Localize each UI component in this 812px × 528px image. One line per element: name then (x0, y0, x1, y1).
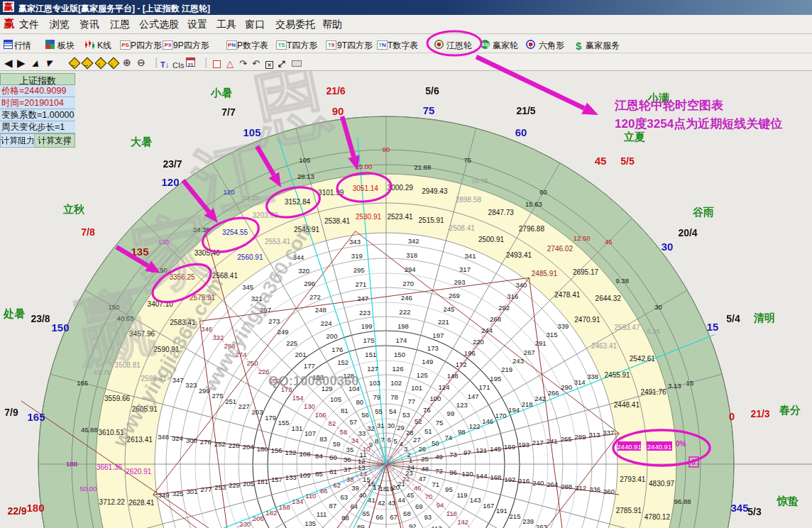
svg-text:337: 337 (603, 429, 614, 436)
svg-text:21/5: 21/5 (516, 105, 535, 116)
svg-text:325: 325 (172, 490, 184, 497)
svg-text:180: 180 (257, 445, 268, 453)
svg-text:22/9: 22/9 (7, 505, 26, 517)
svg-text:270: 270 (402, 280, 414, 287)
svg-text:201: 201 (295, 351, 307, 358)
svg-text:65: 65 (363, 510, 371, 517)
svg-text:225: 225 (286, 339, 297, 347)
svg-text:165: 165 (77, 379, 88, 387)
svg-text:12.50: 12.50 (574, 234, 591, 242)
svg-text:51: 51 (424, 427, 432, 435)
svg-text:24: 24 (407, 463, 415, 471)
svg-text:343: 343 (349, 238, 361, 246)
svg-text:290: 290 (561, 383, 572, 391)
svg-text:360: 360 (603, 488, 615, 495)
svg-text:谷雨: 谷雨 (692, 206, 714, 218)
svg-text:2455.91: 2455.91 (605, 371, 631, 379)
svg-text:58: 58 (340, 428, 348, 436)
svg-text:9.38: 9.38 (615, 277, 629, 285)
svg-text:2560.91: 2560.91 (237, 253, 263, 261)
svg-text:71: 71 (432, 480, 439, 488)
svg-text:92: 92 (409, 522, 417, 528)
svg-text:87: 87 (329, 502, 337, 510)
svg-text:70: 70 (425, 493, 433, 500)
svg-text:110: 110 (305, 492, 316, 500)
svg-text:120: 120 (462, 470, 473, 478)
svg-text:75: 75 (423, 104, 435, 116)
svg-text:121: 121 (476, 446, 487, 454)
svg-text:105: 105 (299, 156, 310, 164)
svg-text:295: 295 (353, 266, 365, 274)
svg-text:314: 314 (574, 378, 586, 386)
svg-text:195: 195 (490, 375, 501, 383)
svg-text:318: 318 (406, 251, 417, 259)
svg-text:152: 152 (337, 358, 349, 366)
svg-text:245: 245 (443, 305, 454, 313)
svg-text:179: 179 (265, 414, 276, 422)
svg-text:125: 125 (417, 371, 428, 379)
svg-text:174: 174 (395, 336, 407, 344)
svg-text:168: 168 (490, 473, 501, 481)
svg-text:2898.58: 2898.58 (456, 196, 482, 204)
svg-text:4830.97: 4830.97 (649, 480, 675, 488)
svg-text:75: 75 (436, 419, 444, 427)
svg-text:82: 82 (329, 419, 336, 427)
svg-text:31: 31 (377, 422, 385, 429)
svg-text:96: 96 (449, 468, 457, 476)
svg-text:131: 131 (291, 424, 302, 432)
svg-text:266: 266 (548, 389, 559, 397)
svg-text:3712.22: 3712.22 (99, 498, 126, 506)
svg-text:52: 52 (415, 417, 422, 425)
svg-text:316: 316 (507, 292, 518, 300)
svg-text:2515.91: 2515.91 (419, 216, 445, 224)
svg-text:7: 7 (380, 436, 384, 444)
svg-text:144: 144 (476, 472, 488, 480)
svg-text:301: 301 (187, 488, 198, 495)
svg-text:181: 181 (257, 478, 268, 485)
svg-text:215: 215 (510, 512, 521, 520)
svg-text:32: 32 (367, 424, 375, 432)
svg-text:0%: 0% (676, 440, 686, 448)
svg-text:158: 158 (279, 503, 290, 511)
svg-text:3254.55: 3254.55 (222, 229, 248, 236)
svg-text:7/7: 7/7 (221, 106, 236, 118)
svg-text:167: 167 (483, 502, 494, 510)
svg-text:151: 151 (365, 351, 376, 358)
svg-text:217: 217 (532, 439, 544, 446)
svg-text:2463.41: 2463.41 (591, 342, 618, 350)
svg-text:264: 264 (547, 480, 558, 488)
svg-text:60: 60 (329, 453, 337, 461)
svg-text:134: 134 (292, 497, 303, 505)
svg-text:200: 200 (327, 332, 338, 340)
svg-text:4: 4 (399, 440, 402, 448)
svg-text:2523.41: 2523.41 (387, 213, 413, 221)
svg-text:196: 196 (464, 349, 476, 357)
svg-text:54: 54 (389, 407, 397, 415)
svg-text:惊蛰: 惊蛰 (777, 495, 799, 507)
svg-text:清明: 清明 (753, 312, 775, 324)
svg-text:6: 6 (388, 436, 391, 444)
svg-text:49: 49 (435, 453, 443, 461)
svg-text:90: 90 (332, 105, 344, 117)
svg-text:立夏: 立夏 (623, 131, 645, 143)
svg-text:74: 74 (444, 434, 452, 441)
svg-text:101: 101 (411, 384, 422, 392)
svg-text:340: 340 (515, 281, 527, 289)
svg-text:323: 323 (185, 381, 197, 389)
svg-text:0: 0 (691, 458, 696, 466)
svg-text:324: 324 (172, 434, 183, 442)
svg-text:204: 204 (243, 443, 254, 451)
svg-text:320: 320 (298, 267, 309, 275)
svg-text:289: 289 (575, 433, 586, 441)
svg-text:291: 291 (535, 339, 547, 347)
svg-text:241: 241 (547, 437, 558, 445)
svg-text:2440.91: 2440.91 (647, 443, 671, 451)
svg-text:97: 97 (463, 449, 471, 456)
svg-text:63: 63 (340, 493, 348, 501)
svg-text:2508.41: 2508.41 (449, 224, 476, 232)
svg-text:118: 118 (446, 510, 457, 517)
svg-text:149: 149 (422, 358, 433, 365)
svg-text:147: 147 (468, 392, 479, 400)
svg-text:111: 111 (317, 510, 327, 518)
svg-text:229: 229 (229, 481, 240, 489)
